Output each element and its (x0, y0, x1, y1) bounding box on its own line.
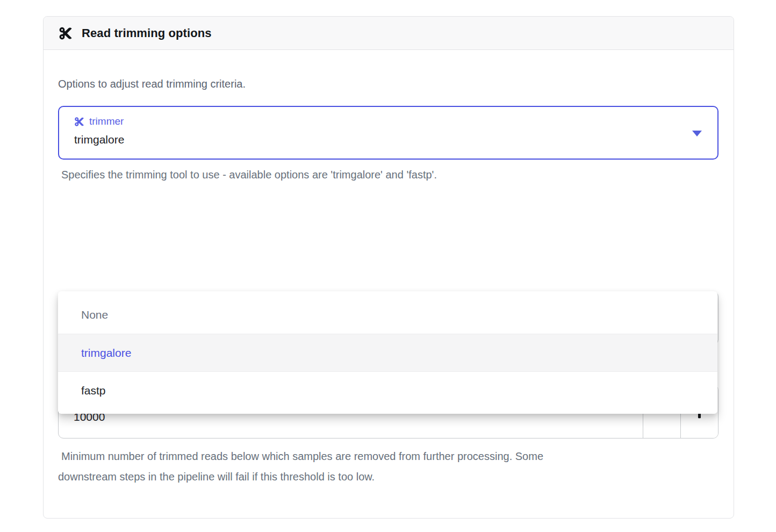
section-header: Read trimming options (44, 17, 734, 50)
caret-down-icon[interactable] (692, 131, 702, 136)
trimmer-label-row: trimmer (74, 114, 703, 128)
dropdown-option-none[interactable]: None (58, 296, 717, 334)
trimmer-select[interactable]: trimmer trimgalore (58, 106, 718, 160)
section-body: Options to adjust read trimming criteria… (44, 76, 734, 487)
scissors-icon (74, 117, 84, 127)
read-trimming-options-card: Read trimming options Options to adjust … (43, 16, 734, 519)
trimmer-label: trimmer (89, 114, 124, 128)
dropdown-option-trimgalore[interactable]: trimgalore (58, 334, 717, 371)
trimmer-value: trimgalore (74, 132, 703, 148)
trimmer-dropdown-zone: None trimgalore fastp extra_fastp_args (58, 291, 718, 345)
section-description: Options to adjust read trimming criteria… (58, 76, 718, 92)
trimmer-help: Specifies the trimming tool to use - ava… (61, 167, 718, 182)
min-trimmed-reads-help: Minimum number of trimmed reads below wh… (58, 446, 601, 487)
section-title: Read trimming options (82, 26, 212, 40)
scissors-icon (59, 26, 73, 40)
dropdown-option-fastp[interactable]: fastp (58, 371, 717, 409)
trimmer-dropdown-menu: None trimgalore fastp (58, 291, 717, 414)
